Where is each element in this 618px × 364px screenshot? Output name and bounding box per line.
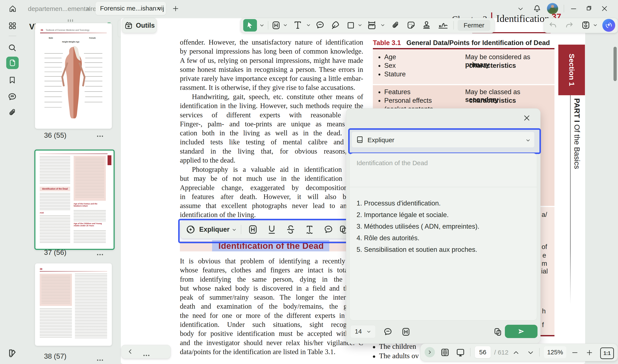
window-maximize-icon[interactable] bbox=[584, 4, 593, 13]
apps-grid-icon[interactable] bbox=[7, 21, 18, 31]
thumb37-mini-sub2: Age of the Foetus and the Newborn Infant bbox=[74, 203, 106, 207]
measure-tool-icon[interactable] bbox=[366, 20, 377, 31]
thumbnail-page-36[interactable]: 36 Textbook of Forensic Medicine and Tox… bbox=[35, 23, 112, 129]
thumb36-male-label: Male bbox=[49, 37, 53, 39]
ai-comment-icon[interactable] bbox=[383, 326, 393, 337]
panel-drag-handle[interactable] bbox=[68, 19, 74, 22]
document-scrollbar-thumb[interactable] bbox=[614, 47, 617, 81]
thumbnails-panel-icon[interactable] bbox=[6, 57, 19, 69]
home-icon[interactable] bbox=[8, 4, 17, 13]
zoom-out-icon[interactable] bbox=[571, 348, 579, 357]
doc-line: Handwriting, gait, speech, etc. constitu… bbox=[180, 92, 363, 101]
thumbnail-37-menu-icon[interactable] bbox=[97, 254, 98, 255]
ai-action-label: Expliquer bbox=[367, 136, 394, 144]
select-tool-button[interactable] bbox=[243, 19, 257, 32]
select-tool-chevron-icon[interactable] bbox=[259, 22, 265, 28]
undo-icon[interactable] bbox=[548, 20, 558, 30]
attachments-paperclip-icon[interactable] bbox=[7, 107, 18, 118]
thumb37-mini-sub1: AGE bbox=[40, 212, 44, 214]
style-palette-icon[interactable] bbox=[6, 347, 18, 360]
ai-panel-close-icon[interactable] bbox=[522, 113, 532, 123]
comment-tool-icon[interactable] bbox=[315, 20, 325, 30]
thumb37-text-block bbox=[40, 215, 70, 243]
thumb38-text-block bbox=[40, 309, 72, 338]
stamp-tool-icon[interactable] bbox=[421, 20, 432, 30]
ai-list-item: 3. Méthodes utilisées ( ADN, empreintes)… bbox=[357, 221, 479, 232]
zoom-level-button[interactable]: 125% bbox=[544, 346, 566, 358]
thumbnail-page-37[interactable]: Identification of the Dead AGE Age of th… bbox=[34, 150, 115, 250]
highlight-tool-icon[interactable] bbox=[271, 20, 281, 30]
page-number-input[interactable]: 56 bbox=[475, 346, 491, 358]
thumbnail-37-caption: 37 (56) bbox=[44, 248, 67, 257]
selection-strikethrough-icon[interactable] bbox=[285, 224, 296, 235]
toolbar-divider bbox=[268, 21, 268, 30]
nav-back-chevron-icon[interactable] bbox=[126, 348, 134, 356]
table-cell: Age bbox=[384, 53, 396, 61]
new-tab-icon[interactable] bbox=[172, 5, 179, 13]
table-fragment: e bbox=[542, 252, 546, 259]
ai-copy-icon[interactable] bbox=[492, 326, 503, 337]
tab-departemen-close-icon[interactable] bbox=[85, 6, 92, 12]
actual-size-label: 1:1 bbox=[604, 351, 610, 356]
ai-font-size-dropdown[interactable]: 14 bbox=[350, 325, 376, 338]
zoom-in-icon[interactable] bbox=[585, 348, 594, 357]
ai-explain-icon[interactable] bbox=[185, 224, 196, 235]
window-close-icon[interactable] bbox=[600, 4, 609, 13]
ai-assistant-button[interactable] bbox=[602, 19, 615, 32]
ai-response-area[interactable]: Identification of the Dead 1. Processus … bbox=[349, 153, 537, 320]
doc-line: death and examination of the body/remain… bbox=[180, 302, 363, 311]
ai-action-chevron-icon[interactable] bbox=[525, 137, 531, 143]
table-fragment: of bbox=[542, 243, 547, 251]
selection-highlight-icon[interactable] bbox=[247, 224, 258, 235]
search-icon[interactable] bbox=[7, 42, 18, 53]
pencil-tool-icon[interactable] bbox=[330, 20, 341, 30]
nav-more-icon[interactable] bbox=[143, 355, 145, 356]
doc-line: standard in the living that, for obvious… bbox=[180, 147, 363, 156]
selection-explain-chevron-icon[interactable] bbox=[231, 227, 237, 233]
text-tool-icon[interactable] bbox=[292, 20, 303, 30]
text-tool-chevron-icon[interactable] bbox=[306, 22, 311, 28]
notifications-bell-icon[interactable] bbox=[532, 4, 542, 14]
window-minimize-icon[interactable] bbox=[569, 5, 578, 13]
next-page-chevron-icon[interactable] bbox=[526, 348, 535, 357]
thumb37-text-block bbox=[40, 193, 70, 210]
zoom-level-value: 125% bbox=[547, 349, 563, 356]
thumbnail-36-menu-icon[interactable] bbox=[97, 136, 98, 137]
signature-tool-icon[interactable] bbox=[437, 20, 449, 30]
presentation-mode-icon[interactable] bbox=[455, 347, 466, 358]
selection-underline-icon[interactable] bbox=[266, 224, 277, 235]
table-note-line2: characteristics bbox=[469, 62, 516, 69]
bookmarks-icon[interactable] bbox=[7, 75, 18, 85]
selection-squiggly-icon[interactable] bbox=[304, 224, 315, 235]
statusbar-expand-chevron-icon[interactable] bbox=[425, 347, 435, 357]
thumb36-rule bbox=[40, 33, 107, 33]
ai-send-button[interactable] bbox=[505, 325, 537, 338]
save-icon[interactable] bbox=[580, 20, 591, 30]
ai-highlight-icon[interactable] bbox=[401, 326, 411, 337]
highlight-tool-chevron-icon[interactable] bbox=[282, 22, 288, 28]
measure-tool-chevron-icon[interactable] bbox=[380, 22, 386, 28]
save-chevron-icon[interactable] bbox=[592, 22, 598, 28]
table-fragment: f bbox=[542, 321, 544, 329]
shape-tool-icon[interactable] bbox=[346, 20, 356, 30]
selection-comment-icon[interactable] bbox=[323, 224, 334, 235]
doc-line: in features after death. However, it wil… bbox=[180, 192, 363, 201]
actual-size-button[interactable]: 1:1 bbox=[600, 348, 614, 359]
doc-line: identification of the living. bbox=[180, 210, 363, 219]
page-layout-icon[interactable] bbox=[440, 347, 450, 358]
annotations-icon[interactable] bbox=[6, 91, 18, 103]
toolbar-collapse-chevron-icon[interactable] bbox=[517, 6, 524, 12]
selection-explain-label[interactable]: Expliquer bbox=[199, 226, 229, 233]
thumbnail-page-38[interactable]: 38 bbox=[35, 263, 112, 346]
thumbnail-38-menu-icon[interactable] bbox=[97, 360, 98, 361]
outils-button[interactable]: Outils bbox=[122, 18, 157, 33]
attach-tool-paperclip-icon[interactable] bbox=[390, 20, 401, 30]
fermer-button[interactable]: Fermer bbox=[458, 20, 490, 31]
redo-icon[interactable] bbox=[564, 20, 574, 30]
previous-page-chevron-icon[interactable] bbox=[512, 348, 520, 357]
statusbar-divider bbox=[470, 348, 470, 356]
sticker-tool-icon[interactable] bbox=[406, 20, 416, 30]
doc-paragraph-1: offender. However, the unsatisfactory na… bbox=[180, 38, 363, 92]
shape-tool-chevron-icon[interactable] bbox=[357, 22, 363, 28]
tab-forensic-close-icon[interactable] bbox=[155, 5, 161, 12]
